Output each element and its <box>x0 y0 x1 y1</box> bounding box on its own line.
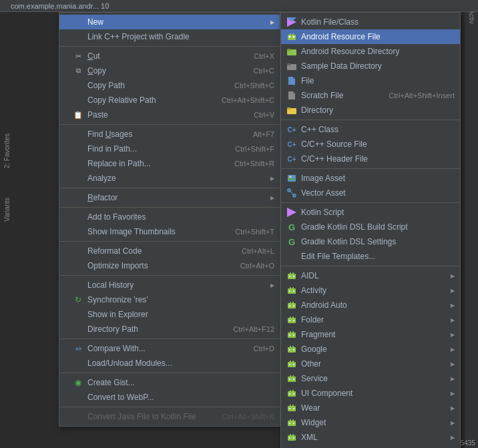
menu-item-find-path[interactable]: Find in Path... Ctrl+Shift+F <box>59 142 280 156</box>
submenu-android-resource-dir[interactable]: Android Resource Directory <box>281 44 460 59</box>
submenu-sample-data-dir-label: Sample Data Directory <box>301 61 455 71</box>
paste-icon: 📋 <box>73 109 83 120</box>
menu-item-refactor[interactable]: Refactor <box>59 190 280 205</box>
submenu-fragment[interactable]: Fragment <box>281 327 460 342</box>
submenu-new: Kotlin File/Class Android Resource File … <box>280 12 461 448</box>
top-tab[interactable]: com.example.mania.andr... 10 <box>5 0 114 11</box>
submenu-folder[interactable]: Folder <box>281 312 460 327</box>
menu-item-show-explorer[interactable]: Show in Explorer <box>59 307 280 322</box>
svg-rect-60 <box>290 390 291 392</box>
menu-item-favorites[interactable]: Add to Favorites <box>59 210 280 224</box>
submenu-cpp-source[interactable]: C+ C/C++ Source File <box>281 137 460 152</box>
submenu-directory[interactable]: Directory <box>281 103 460 118</box>
menu-item-replace-path[interactable]: Replace in Path... Ctrl+Shift+R <box>59 156 280 171</box>
svg-point-77 <box>289 437 290 439</box>
show-explorer-icon <box>73 309 83 320</box>
submenu-activity[interactable]: Activity <box>281 283 460 298</box>
menu-item-optimize[interactable]: Optimize Imports Ctrl+Alt+O <box>59 258 280 273</box>
svg-point-6 <box>293 36 295 38</box>
svg-rect-36 <box>292 316 294 318</box>
vector-asset-icon <box>286 188 297 198</box>
svg-rect-75 <box>290 434 291 436</box>
svg-rect-30 <box>290 302 291 304</box>
submenu-scratch-file[interactable]: Scratch File Ctrl+Alt+Shift+Insert <box>281 88 460 103</box>
menu-item-local-history[interactable]: Local History <box>59 278 280 292</box>
menu-item-replace-path-label: Replace in Path... <box>87 159 221 168</box>
google-icon <box>286 344 297 355</box>
copy-shortcut: Ctrl+C <box>254 67 274 75</box>
menu-item-dir-path[interactable]: Directory Path Ctrl+Alt+F12 <box>59 322 280 337</box>
cut-icon: ✂ <box>73 51 83 61</box>
sep1 <box>59 46 280 47</box>
svg-rect-26 <box>292 287 294 289</box>
kotlin-file-icon <box>286 17 297 27</box>
cpp-source-icon: C+ <box>286 139 297 150</box>
reformat-icon <box>73 246 83 256</box>
menu-item-reformat[interactable]: Reformat Code Ctrl+Alt+L <box>59 244 280 258</box>
submenu-other[interactable]: Other <box>281 357 460 371</box>
android-auto-icon <box>286 300 297 310</box>
svg-rect-45 <box>290 346 291 348</box>
menu-item-compare[interactable]: ⇔ Compare With... Ctrl+D <box>59 341 280 356</box>
menu-item-analyze[interactable]: Analyze <box>59 171 280 186</box>
menu-item-find-usages[interactable]: Find Usages Alt+F7 <box>59 127 280 142</box>
menu-item-cut[interactable]: ✂ Cut Ctrl+X <box>59 49 280 63</box>
submenu-kotlin-file[interactable]: Kotlin File/Class <box>281 15 460 29</box>
submenu-resource-bundle[interactable]: Resource Bundle... <box>281 445 460 448</box>
svg-rect-50 <box>290 361 291 363</box>
menu-item-copy-path[interactable]: Copy Path Ctrl+Shift+C <box>59 78 280 93</box>
cpp-class-icon: C+ <box>286 124 297 135</box>
submenu-xml[interactable]: XML <box>281 430 460 445</box>
service-icon <box>286 373 297 384</box>
svg-rect-19 <box>288 274 296 279</box>
menu-item-create-gist[interactable]: ◉ Create Gist... <box>59 375 280 390</box>
svg-point-48 <box>293 349 294 351</box>
menu-item-new[interactable]: New <box>59 15 280 29</box>
find-usages-shortcut: Alt+F7 <box>253 130 274 138</box>
menu-item-find-usages-label: Find Usages <box>87 130 240 139</box>
submenu-service[interactable]: Service <box>281 371 460 386</box>
menu-item-load-unload[interactable]: Load/Unload Modules... <box>59 356 280 371</box>
submenu-wear[interactable]: Wear <box>281 401 460 415</box>
edit-templates-icon <box>286 251 297 262</box>
menu-item-thumbnails[interactable]: Show Image Thumbnails Ctrl+Shift+T <box>59 224 280 239</box>
submenu-scratch-file-label: Scratch File <box>301 91 383 100</box>
svg-rect-20 <box>290 272 291 274</box>
svg-rect-55 <box>290 375 291 377</box>
svg-rect-61 <box>292 390 294 392</box>
svg-point-68 <box>293 408 294 409</box>
submenu-gradle-settings[interactable]: G Gradle Kotlin DSL Settings <box>281 234 460 249</box>
submenu-aidl[interactable]: AIDL <box>281 268 460 283</box>
menu-item-copy-relative[interactable]: Copy Relative Path Ctrl+Alt+Shift+C <box>59 93 280 107</box>
menu-item-link-cpp[interactable]: Link C++ Project with Gradle <box>59 29 280 44</box>
submenu-widget[interactable]: Widget <box>281 415 460 430</box>
submenu-file[interactable]: File <box>281 73 460 88</box>
submenu-kotlin-script[interactable]: Kotlin Script <box>281 205 460 220</box>
svg-rect-54 <box>288 377 296 382</box>
menu-item-copy[interactable]: ⧉ Copy Ctrl+C <box>59 63 280 78</box>
submenu-ui-component[interactable]: UI Component <box>281 386 460 401</box>
menu-item-paste[interactable]: 📋 Paste Ctrl+V <box>59 107 280 122</box>
submenu-sample-data-dir[interactable]: Sample Data Directory <box>281 59 460 73</box>
menu-item-synchronize[interactable]: ↻ Synchronize 'res' <box>59 292 280 307</box>
menu-item-convert-java[interactable]: Convert Java File to Kotlin File Ctrl+Al… <box>59 409 280 424</box>
submenu-file-label: File <box>301 76 455 85</box>
submenu-vector-asset[interactable]: Vector Asset <box>281 186 460 200</box>
submenu-activity-label: Activity <box>301 286 455 295</box>
submenu-image-asset[interactable]: Image Asset <box>281 171 460 186</box>
submenu-edit-templates[interactable]: Edit File Templates... <box>281 249 460 264</box>
variants-label[interactable]: Variants <box>3 198 11 222</box>
submenu-android-auto[interactable]: Android Auto <box>281 298 460 312</box>
submenu-google[interactable]: Google <box>281 342 460 357</box>
submenu-gradle-dsl[interactable]: G Gradle Kotlin DSL Build Script <box>281 220 460 234</box>
sep9 <box>59 407 280 407</box>
menu-item-convert-webp[interactable]: Convert to WebP... <box>59 390 280 405</box>
activity-icon <box>286 285 297 296</box>
svg-rect-49 <box>288 362 296 367</box>
submenu-cpp-header[interactable]: C+ C/C++ Header File <box>281 152 460 166</box>
submenu-android-resource[interactable]: Android Resource File <box>281 29 460 44</box>
svg-point-43 <box>293 334 294 336</box>
favorites-label[interactable]: 2: Favorites <box>3 134 11 168</box>
menu-item-favorites-label: Add to Favorites <box>87 212 274 222</box>
submenu-cpp-class[interactable]: C+ C++ Class <box>281 122 460 137</box>
